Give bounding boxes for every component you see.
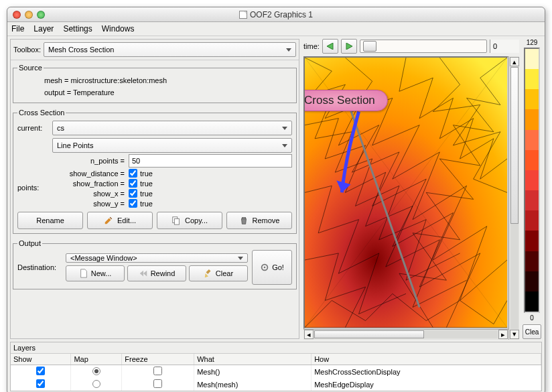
table-row[interactable]: Mesh()MeshCrossSectionDisplay: [11, 365, 541, 379]
menubar: File Layer Settings Windows: [7, 22, 545, 36]
chevron-down-icon: [286, 48, 291, 52]
layer-header[interactable]: How: [312, 354, 541, 365]
time-prev-button[interactable]: [322, 39, 338, 54]
show-distance-check[interactable]: [129, 169, 137, 178]
gear-icon: [260, 263, 269, 272]
file-icon: [79, 269, 88, 278]
clear-button[interactable]: Clear: [189, 265, 248, 281]
chevron-down-icon: [282, 127, 287, 130]
arrow-left-icon: [326, 43, 334, 50]
layer-show-check[interactable]: [36, 367, 45, 375]
svg-rect-1: [174, 218, 179, 224]
show-x-check[interactable]: [129, 189, 137, 198]
broom-icon: [204, 269, 213, 278]
v-scrollbar[interactable]: ▴ ▾: [508, 56, 519, 340]
scroll-left-icon[interactable]: ◂: [304, 330, 314, 339]
show-y-check[interactable]: [129, 199, 137, 208]
toolbox-label: Toolbox:: [13, 46, 41, 54]
time-value: 0: [490, 40, 519, 53]
current-select[interactable]: cs: [52, 121, 292, 135]
colorbar: [524, 48, 540, 313]
layer-show-check[interactable]: [36, 379, 45, 388]
h-scrollbar[interactable]: ◂ ▸: [303, 329, 508, 340]
destination-label: Destination:: [17, 263, 62, 271]
remove-button[interactable]: Remove: [226, 212, 292, 229]
chevron-down-icon: [282, 144, 287, 147]
toolbox-select[interactable]: Mesh Cross Section: [44, 42, 296, 57]
scroll-up-icon[interactable]: ▴: [510, 57, 519, 66]
layers-title: Layers: [11, 342, 541, 354]
output-group: Output Destination: <Message Window>: [13, 239, 297, 289]
show-fraction-label: show_fraction =: [52, 180, 126, 188]
zoom-icon[interactable]: [37, 11, 45, 19]
menu-settings[interactable]: Settings: [63, 24, 92, 34]
layer-what: Mesh(): [194, 365, 312, 379]
rewind-button[interactable]: Rewind: [127, 265, 186, 281]
show-y-label: show_y =: [52, 200, 126, 208]
new-button[interactable]: New...: [66, 265, 125, 281]
svg-rect-2: [242, 218, 245, 219]
source-group: Source mesh = microstructure:skeleton:me…: [13, 64, 297, 103]
show-distance-label: show_distance =: [52, 170, 126, 178]
menu-windows[interactable]: Windows: [102, 24, 135, 34]
titlebar: OOF2 Graphics 1: [7, 7, 545, 22]
edit-icon: [104, 216, 113, 225]
arrow-right-icon: [345, 43, 353, 50]
layer-freeze-check[interactable]: [153, 379, 162, 388]
menu-file[interactable]: File: [11, 24, 24, 34]
layer-header[interactable]: Freeze: [122, 354, 194, 365]
layer-header[interactable]: Show: [11, 354, 71, 365]
layer-map-radio[interactable]: [92, 380, 100, 388]
svg-point-4: [264, 267, 266, 269]
destination-select[interactable]: <Message Window>: [66, 253, 248, 263]
toolbox-panel: Toolbox: Mesh Cross Section Source mesh …: [10, 39, 299, 339]
time-next-button[interactable]: [341, 39, 357, 54]
copy-button[interactable]: Copy...: [157, 212, 222, 229]
cross-section-group: Cross Section current: cs points:: [13, 109, 297, 234]
layers-panel: Layers ShowMapFreezeWhatHow Mesh()MeshCr…: [10, 342, 542, 391]
colorbar-max: 129: [527, 39, 538, 48]
layer-map-radio[interactable]: [92, 367, 100, 375]
annotation-label: Cross Section: [303, 90, 388, 111]
scroll-down-icon[interactable]: ▾: [510, 330, 519, 339]
canvas[interactable]: Cross Section: [303, 56, 508, 329]
layer-header[interactable]: What: [194, 354, 312, 365]
rewind-icon: [139, 269, 148, 278]
window-title: OOF2 Graphics 1: [250, 10, 313, 19]
table-row[interactable]: Mesh(mesh)MeshEdgeDisplay: [11, 378, 541, 391]
copy-icon: [171, 216, 181, 225]
menu-layer[interactable]: Layer: [33, 24, 54, 34]
source-output: output = Temperature: [44, 86, 292, 99]
layer-how: MeshEdgeDisplay: [312, 378, 541, 391]
scroll-right-icon[interactable]: ▸: [498, 330, 508, 339]
edit-button[interactable]: Edit...: [87, 212, 153, 229]
time-label: time:: [303, 42, 320, 50]
time-slider[interactable]: [360, 40, 487, 53]
source-mesh: mesh = microstructure:skeleton:mesh: [44, 74, 292, 86]
sampling-select[interactable]: Line Points: [52, 138, 292, 153]
layer-freeze-check[interactable]: [153, 367, 162, 375]
layer-header[interactable]: Map: [71, 354, 122, 365]
slider-thumb[interactable]: [363, 41, 376, 52]
go-button[interactable]: Go!: [252, 250, 292, 285]
document-icon: [239, 11, 247, 19]
show-x-label: show_x =: [52, 190, 126, 198]
current-label: current:: [17, 124, 50, 132]
close-icon[interactable]: [13, 11, 21, 19]
chevron-down-icon: [238, 257, 243, 260]
npoints-label: n_points =: [52, 157, 126, 165]
layer-how: MeshCrossSectionDisplay: [312, 365, 541, 379]
points-label: points:: [17, 137, 50, 192]
colorbar-clear-button[interactable]: Clea: [523, 324, 541, 339]
trash-icon: [239, 216, 249, 225]
layer-what: Mesh(mesh): [194, 378, 312, 391]
rename-button[interactable]: Rename: [17, 212, 83, 229]
show-fraction-check[interactable]: [129, 179, 137, 188]
npoints-input[interactable]: [129, 154, 292, 168]
minimize-icon[interactable]: [25, 11, 33, 19]
colorbar-min: 0: [530, 313, 534, 323]
